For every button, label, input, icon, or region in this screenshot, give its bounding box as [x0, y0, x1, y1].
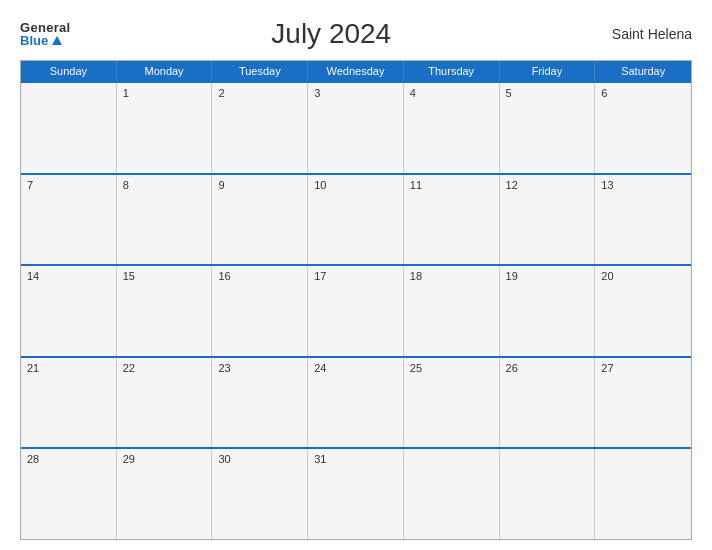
- page: General Blue July 2024 Saint Helena Sund…: [0, 0, 712, 550]
- day-cell: 17: [308, 266, 404, 356]
- day-cell: 26: [500, 358, 596, 448]
- header: General Blue July 2024 Saint Helena: [20, 18, 692, 50]
- day-cell: 30: [212, 449, 308, 539]
- day-number: 14: [27, 270, 110, 282]
- day-cell: [404, 449, 500, 539]
- logo-blue: Blue: [20, 34, 62, 47]
- day-cell: 22: [117, 358, 213, 448]
- day-cell: 15: [117, 266, 213, 356]
- week-row-1: 123456: [21, 81, 691, 173]
- day-cell: [500, 449, 596, 539]
- day-cell: 27: [595, 358, 691, 448]
- month-title: July 2024: [71, 18, 592, 50]
- day-cell: 13: [595, 175, 691, 265]
- day-number: 8: [123, 179, 206, 191]
- day-number: 9: [218, 179, 301, 191]
- calendar: SundayMondayTuesdayWednesdayThursdayFrid…: [20, 60, 692, 540]
- day-cell: 16: [212, 266, 308, 356]
- day-number: 25: [410, 362, 493, 374]
- day-cell: 1: [117, 83, 213, 173]
- day-number: 3: [314, 87, 397, 99]
- day-cell: 4: [404, 83, 500, 173]
- day-cell: [595, 449, 691, 539]
- day-number: 20: [601, 270, 685, 282]
- day-headers: SundayMondayTuesdayWednesdayThursdayFrid…: [21, 61, 691, 81]
- day-number: 12: [506, 179, 589, 191]
- day-number: 29: [123, 453, 206, 465]
- day-number: 1: [123, 87, 206, 99]
- day-header-sunday: Sunday: [21, 61, 117, 81]
- day-number: 2: [218, 87, 301, 99]
- day-cell: 5: [500, 83, 596, 173]
- day-number: 22: [123, 362, 206, 374]
- day-cell: 24: [308, 358, 404, 448]
- day-cell: 20: [595, 266, 691, 356]
- day-cell: 8: [117, 175, 213, 265]
- day-number: 31: [314, 453, 397, 465]
- day-cell: 11: [404, 175, 500, 265]
- day-header-saturday: Saturday: [595, 61, 691, 81]
- day-cell: 23: [212, 358, 308, 448]
- day-cell: 7: [21, 175, 117, 265]
- day-cell: 29: [117, 449, 213, 539]
- day-header-tuesday: Tuesday: [212, 61, 308, 81]
- day-cell: 12: [500, 175, 596, 265]
- day-header-wednesday: Wednesday: [308, 61, 404, 81]
- week-row-2: 78910111213: [21, 173, 691, 265]
- day-cell: 14: [21, 266, 117, 356]
- day-header-friday: Friday: [500, 61, 596, 81]
- day-number: 23: [218, 362, 301, 374]
- day-number: 11: [410, 179, 493, 191]
- day-cell: 9: [212, 175, 308, 265]
- day-header-thursday: Thursday: [404, 61, 500, 81]
- day-cell: 25: [404, 358, 500, 448]
- day-number: 13: [601, 179, 685, 191]
- day-cell: 21: [21, 358, 117, 448]
- day-number: 7: [27, 179, 110, 191]
- day-cell: 18: [404, 266, 500, 356]
- day-number: 30: [218, 453, 301, 465]
- day-cell: 3: [308, 83, 404, 173]
- day-cell: 28: [21, 449, 117, 539]
- day-number: 27: [601, 362, 685, 374]
- day-number: 16: [218, 270, 301, 282]
- day-cell: [21, 83, 117, 173]
- week-row-5: 28293031: [21, 447, 691, 539]
- week-row-4: 21222324252627: [21, 356, 691, 448]
- day-header-monday: Monday: [117, 61, 213, 81]
- day-cell: 6: [595, 83, 691, 173]
- location: Saint Helena: [592, 26, 692, 42]
- logo-triangle-icon: [52, 36, 62, 45]
- day-number: 28: [27, 453, 110, 465]
- week-row-3: 14151617181920: [21, 264, 691, 356]
- day-number: 5: [506, 87, 589, 99]
- day-cell: 2: [212, 83, 308, 173]
- day-number: 6: [601, 87, 685, 99]
- day-cell: 19: [500, 266, 596, 356]
- logo-area: General Blue: [20, 21, 71, 47]
- day-number: 18: [410, 270, 493, 282]
- day-number: 19: [506, 270, 589, 282]
- day-number: 15: [123, 270, 206, 282]
- day-cell: 10: [308, 175, 404, 265]
- day-number: 17: [314, 270, 397, 282]
- day-number: 4: [410, 87, 493, 99]
- day-number: 21: [27, 362, 110, 374]
- day-cell: 31: [308, 449, 404, 539]
- day-number: 10: [314, 179, 397, 191]
- day-number: 26: [506, 362, 589, 374]
- day-number: 24: [314, 362, 397, 374]
